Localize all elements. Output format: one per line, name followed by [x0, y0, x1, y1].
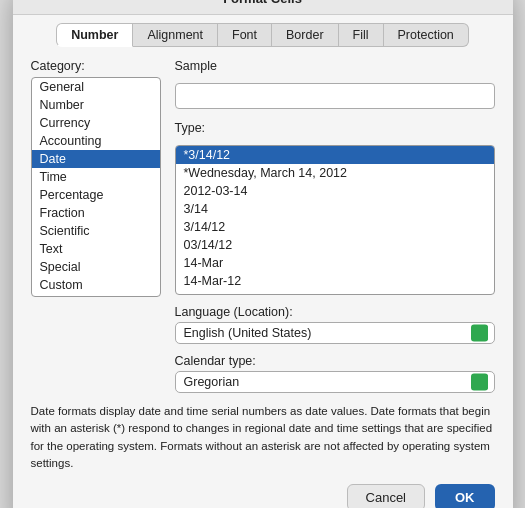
- language-row: Language (Location): English (United Sta…: [175, 305, 495, 344]
- tab-protection[interactable]: Protection: [384, 23, 469, 47]
- language-dropdown-wrapper: English (United States)English (UK)Frenc…: [175, 322, 495, 344]
- type-label: Type:: [175, 121, 495, 135]
- type-item-7[interactable]: 14-Mar-12: [176, 272, 494, 290]
- format-cells-dialog: Format Cells Number Alignment Font Borde…: [13, 0, 513, 508]
- type-item-5[interactable]: 03/14/12: [176, 236, 494, 254]
- tab-content: Category: General Number Currency Accoun…: [13, 47, 513, 508]
- calendar-row: Calendar type: GregorianIslamicHebrewJap…: [175, 354, 495, 393]
- language-label: Language (Location):: [175, 305, 495, 319]
- category-item-number[interactable]: Number: [32, 96, 160, 114]
- type-item-6[interactable]: 14-Mar: [176, 254, 494, 272]
- calendar-label: Calendar type:: [175, 354, 495, 368]
- language-select[interactable]: English (United States)English (UK)Frenc…: [175, 322, 495, 344]
- calendar-dropdown-wrapper: GregorianIslamicHebrewJapanese ⇅: [175, 371, 495, 393]
- tab-font[interactable]: Font: [218, 23, 272, 47]
- sample-label: Sample: [175, 59, 495, 73]
- category-item-scientific[interactable]: Scientific: [32, 222, 160, 240]
- category-item-accounting[interactable]: Accounting: [32, 132, 160, 150]
- category-item-general[interactable]: General: [32, 78, 160, 96]
- category-label: Category:: [31, 59, 161, 73]
- type-item-1[interactable]: *Wednesday, March 14, 2012: [176, 164, 494, 182]
- description-text: Date formats display date and time seria…: [31, 403, 495, 472]
- tab-fill[interactable]: Fill: [339, 23, 384, 47]
- tab-number[interactable]: Number: [56, 23, 133, 47]
- calendar-select[interactable]: GregorianIslamicHebrewJapanese: [175, 371, 495, 393]
- type-item-0[interactable]: *3/14/12: [176, 146, 494, 164]
- category-item-text[interactable]: Text: [32, 240, 160, 258]
- main-row: Category: General Number Currency Accoun…: [31, 59, 495, 393]
- category-item-fraction[interactable]: Fraction: [32, 204, 160, 222]
- ok-button[interactable]: OK: [435, 484, 495, 508]
- left-panel: Category: General Number Currency Accoun…: [31, 59, 161, 393]
- category-item-percentage[interactable]: Percentage: [32, 186, 160, 204]
- tab-bar: Number Alignment Font Border Fill Protec…: [13, 15, 513, 47]
- category-item-custom[interactable]: Custom: [32, 276, 160, 294]
- category-item-special[interactable]: Special: [32, 258, 160, 276]
- type-item-2[interactable]: 2012-03-14: [176, 182, 494, 200]
- cancel-button[interactable]: Cancel: [347, 484, 425, 508]
- category-item-currency[interactable]: Currency: [32, 114, 160, 132]
- tab-alignment[interactable]: Alignment: [133, 23, 218, 47]
- type-item-3[interactable]: 3/14: [176, 200, 494, 218]
- sample-box: [175, 83, 495, 109]
- right-panel: Sample Type: *3/14/12 *Wednesday, March …: [175, 59, 495, 393]
- dialog-title: Format Cells: [13, 0, 513, 15]
- tab-border[interactable]: Border: [272, 23, 339, 47]
- category-item-date[interactable]: Date: [32, 150, 160, 168]
- button-row: Cancel OK: [31, 480, 495, 508]
- category-list[interactable]: General Number Currency Accounting Date …: [31, 77, 161, 297]
- type-list[interactable]: *3/14/12 *Wednesday, March 14, 2012 2012…: [175, 145, 495, 295]
- category-item-time[interactable]: Time: [32, 168, 160, 186]
- type-item-4[interactable]: 3/14/12: [176, 218, 494, 236]
